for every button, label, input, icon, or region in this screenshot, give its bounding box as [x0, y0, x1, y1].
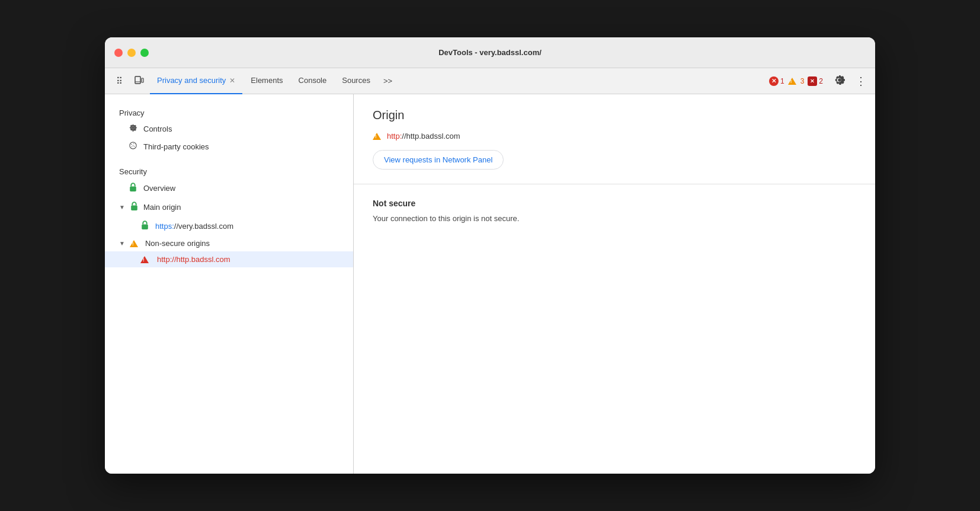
sidebar-item-label-non-secure-origins: Non-secure origins: [145, 239, 210, 248]
tab-label-sources: Sources: [342, 76, 370, 85]
warning-red-icon: [140, 256, 149, 263]
maximize-button[interactable]: [140, 49, 149, 57]
view-requests-button[interactable]: View requests in Network Panel: [373, 150, 504, 170]
tab-sources[interactable]: Sources: [335, 68, 377, 94]
device-toggle-button[interactable]: [130, 72, 149, 91]
sidebar-item-label-overview: Overview: [143, 184, 175, 193]
tab-elements[interactable]: Elements: [244, 68, 290, 94]
sidebar-section-privacy: Privacy: [105, 104, 353, 120]
lock-green-icon-3: [140, 220, 149, 232]
sidebar-item-main-origin[interactable]: ▼ Main origin: [105, 197, 353, 216]
origin-url-rest: //http.badssl.com: [402, 132, 460, 140]
warning-triangle-icon: [130, 240, 138, 247]
devtools-window: DevTools - very.badssl.com/ ⠿ Privacy an…: [105, 37, 875, 474]
error-badge[interactable]: ✕ 1: [769, 76, 784, 86]
sidebar-item-label-controls: Controls: [143, 124, 172, 133]
controls-gear-icon: [129, 123, 137, 134]
window-title: DevTools - very.badssl.com/: [438, 48, 542, 57]
warning-badge[interactable]: 3: [788, 77, 805, 85]
svg-rect-11: [142, 224, 148, 229]
warning-icon: [788, 78, 796, 85]
not-secure-section: Not secure Your connection to this origi…: [354, 184, 875, 239]
tab-console[interactable]: Console: [292, 68, 334, 94]
svg-rect-1: [142, 78, 143, 82]
lock-green-icon: [129, 182, 137, 194]
info-count: 2: [819, 77, 823, 85]
more-options-button[interactable]: ⋮: [851, 72, 870, 91]
not-secure-description: Your connection to this origin is not se…: [373, 213, 856, 225]
tab-label-elements: Elements: [251, 76, 283, 85]
svg-point-6: [134, 146, 135, 147]
minimize-button[interactable]: [127, 49, 136, 57]
svg-rect-10: [131, 205, 137, 210]
origin-row: http://http.badssl.com: [373, 132, 856, 140]
error-icon: ✕: [769, 76, 779, 86]
traffic-lights: [114, 49, 149, 57]
sidebar-item-https-very-badssl[interactable]: https://very.badssl.com: [105, 216, 353, 235]
warning-count: 3: [800, 77, 805, 85]
origin-section: Origin http://http.badssl.com View reque…: [354, 94, 875, 184]
toolbar: ⠿ Privacy and security ✕ Elements Consol…: [105, 68, 875, 94]
svg-rect-0: [135, 76, 140, 84]
info-badge[interactable]: ✕ 2: [808, 76, 823, 86]
origin-warning-icon: [373, 133, 381, 140]
origin-url: http://http.badssl.com: [387, 132, 460, 140]
sidebar-item-non-secure-origins[interactable]: ▼ Non-secure origins: [105, 235, 353, 251]
svg-point-5: [133, 143, 134, 144]
gear-icon: [834, 75, 845, 88]
info-icon: ✕: [808, 76, 817, 86]
toolbar-right: ✕ 1 3 ✕ 2: [769, 72, 870, 91]
main-area: Privacy Controls: [105, 94, 875, 474]
tab-label-privacy-security: Privacy and security: [157, 76, 226, 85]
sidebar-item-label-http-http-badssl: http://http.badssl.com: [157, 255, 230, 264]
sidebar: Privacy Controls: [105, 94, 354, 474]
sidebar-item-overview[interactable]: Overview: [105, 178, 353, 197]
not-secure-title: Not secure: [373, 199, 856, 208]
titlebar: DevTools - very.badssl.com/: [105, 37, 875, 68]
cookie-icon: [129, 141, 137, 152]
tab-close-privacy-security[interactable]: ✕: [229, 76, 235, 85]
lock-green-icon-2: [130, 201, 139, 213]
cursor-icon: ⠿: [116, 76, 123, 87]
device-icon: [134, 75, 144, 87]
svg-point-7: [132, 146, 132, 147]
view-requests-label: View requests in Network Panel: [384, 155, 492, 164]
chevron-down-icon: ▼: [119, 204, 125, 210]
sidebar-item-third-party-cookies[interactable]: Third-party cookies: [105, 138, 353, 155]
sidebar-item-http-http-badssl[interactable]: http://http.badssl.com: [105, 251, 353, 267]
tab-label-console: Console: [299, 76, 327, 85]
content-panel: Origin http://http.badssl.com View reque…: [354, 94, 875, 474]
svg-point-4: [131, 144, 132, 145]
error-count: 1: [780, 77, 784, 85]
sidebar-item-label-third-party-cookies: Third-party cookies: [143, 142, 209, 151]
sidebar-item-controls[interactable]: Controls: [105, 120, 353, 138]
more-tabs-button[interactable]: >>: [379, 76, 397, 85]
badge-group: ✕ 1 3 ✕ 2: [769, 76, 823, 86]
settings-button[interactable]: [830, 72, 849, 91]
chevron-down-icon-2: ▼: [119, 240, 125, 247]
origin-url-scheme: http:: [387, 132, 402, 140]
svg-rect-9: [130, 186, 136, 191]
close-button[interactable]: [114, 49, 123, 57]
more-options-icon: ⋮: [856, 75, 867, 88]
svg-point-8: [133, 145, 133, 146]
sidebar-section-security: Security: [105, 162, 353, 178]
inspector-icon-button[interactable]: ⠿: [110, 72, 129, 91]
tab-privacy-security[interactable]: Privacy and security ✕: [150, 68, 242, 94]
origin-title: Origin: [373, 108, 856, 122]
sidebar-item-label-https-very-badssl: https://very.badssl.com: [155, 222, 233, 231]
sidebar-item-label-main-origin: Main origin: [143, 203, 181, 212]
